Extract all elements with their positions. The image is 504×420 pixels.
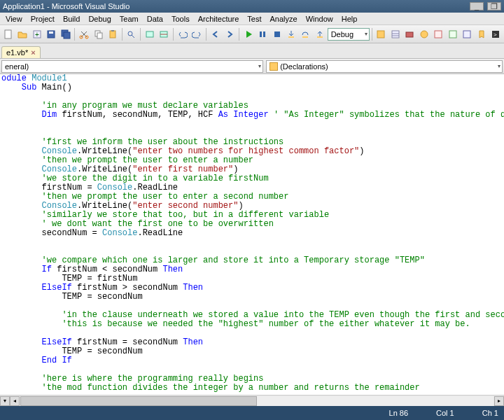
status-col: Col 1: [436, 409, 454, 417]
toolbar-separator: [140, 28, 141, 41]
nav-forward-button[interactable]: [223, 27, 236, 41]
toolbox-button[interactable]: [403, 27, 416, 41]
window-titlebar: Application1 - Microsoft Visual Studio _…: [0, 0, 504, 13]
menu-tools[interactable]: Tools: [167, 13, 194, 25]
svg-rect-0: [5, 30, 11, 38]
svg-text:>: >: [493, 31, 497, 38]
scroll-left-button[interactable]: ◂: [10, 396, 20, 406]
bookmarks-button[interactable]: [475, 27, 488, 41]
nav-back-button[interactable]: [209, 27, 222, 41]
toolbar-separator: [173, 28, 174, 41]
svg-rect-14: [146, 31, 153, 37]
svg-rect-22: [377, 31, 384, 38]
svg-rect-10: [97, 33, 102, 38]
code-nav-bar: eneral) (Declarations): [0, 59, 504, 74]
menu-team[interactable]: Team: [115, 13, 143, 25]
config-combo[interactable]: Debug: [328, 28, 370, 41]
paste-button[interactable]: [106, 27, 119, 41]
menu-test[interactable]: Test: [243, 13, 265, 25]
command-window-button[interactable]: >: [489, 27, 502, 41]
svg-rect-28: [463, 31, 470, 38]
toolbar-separator: [372, 28, 372, 41]
toolbar-separator: [122, 28, 122, 41]
uncomment-button[interactable]: [158, 27, 171, 41]
error-list-button[interactable]: [432, 27, 445, 41]
task-list-button[interactable]: [460, 27, 473, 41]
menu-debug[interactable]: Debug: [84, 13, 115, 25]
menu-project[interactable]: Project: [27, 13, 59, 25]
svg-rect-26: [435, 31, 442, 38]
svg-rect-17: [263, 31, 265, 37]
comment-button[interactable]: [143, 27, 156, 41]
minimize-button[interactable]: _: [470, 2, 484, 10]
svg-rect-12: [111, 30, 114, 31]
svg-rect-21: [317, 36, 323, 38]
svg-rect-27: [449, 31, 456, 38]
horizontal-scrollbar[interactable]: ▾ ◂ ▸: [0, 395, 504, 406]
find-button[interactable]: [125, 27, 138, 41]
toolbar-separator: [74, 28, 75, 41]
menu-architecture[interactable]: Architecture: [194, 13, 244, 25]
tab-label: e1.vb*: [6, 48, 28, 57]
svg-rect-11: [110, 31, 115, 38]
code-editor[interactable]: odule Module1 Sub Main() 'in any program…: [0, 74, 504, 392]
stop-button[interactable]: [270, 27, 284, 41]
window-title: Application1 - Microsoft Visual Studio: [3, 0, 130, 13]
status-ch: Ch 1: [482, 409, 498, 417]
menu-view[interactable]: View: [1, 13, 27, 25]
config-combo-value: Debug: [331, 30, 354, 38]
svg-rect-18: [274, 31, 280, 37]
break-button[interactable]: [255, 27, 269, 41]
status-bar: Ln 86 Col 1 Ch 1: [0, 406, 504, 420]
add-item-button[interactable]: +: [30, 27, 43, 41]
tab-close-button[interactable]: ×: [31, 48, 35, 57]
step-out-button[interactable]: [313, 27, 326, 41]
class-view-button[interactable]: [417, 27, 430, 41]
scroll-thumb[interactable]: [20, 396, 257, 406]
scope-combo-left[interactable]: eneral): [1, 60, 263, 73]
toolbar-separator: [239, 28, 239, 41]
svg-point-25: [421, 31, 428, 38]
svg-rect-4: [49, 31, 53, 34]
svg-rect-24: [406, 32, 413, 37]
document-tabstrip: e1.vb* ×: [0, 43, 504, 59]
menu-help[interactable]: Help: [337, 13, 362, 25]
solution-explorer-button[interactable]: [374, 27, 388, 41]
save-button[interactable]: [44, 27, 57, 41]
svg-text:+: +: [35, 31, 39, 38]
redo-button[interactable]: [190, 27, 204, 41]
save-all-button[interactable]: [59, 27, 72, 41]
menu-build[interactable]: Build: [59, 13, 84, 25]
menu-analyze[interactable]: Analyze: [266, 13, 302, 25]
main-toolbar: + Debug >: [0, 25, 504, 43]
step-into-button[interactable]: [284, 27, 298, 41]
method-icon: [270, 62, 278, 71]
svg-rect-23: [392, 31, 399, 38]
copy-button[interactable]: [92, 27, 105, 41]
output-button[interactable]: [446, 27, 459, 41]
start-debug-button[interactable]: [241, 27, 255, 41]
properties-button[interactable]: [388, 27, 402, 41]
cut-button[interactable]: [77, 27, 90, 41]
menu-data[interactable]: Data: [143, 13, 167, 25]
scope-right-label: (Declarations): [280, 62, 328, 71]
scope-combo-right[interactable]: (Declarations): [266, 60, 503, 73]
split-arrow-icon[interactable]: ▾: [0, 396, 10, 406]
scroll-track[interactable]: [20, 396, 493, 406]
maximize-button[interactable]: ❐: [487, 2, 501, 10]
menu-window[interactable]: Window: [302, 13, 337, 25]
toolbar-separator: [206, 28, 206, 41]
document-tab[interactable]: e1.vb* ×: [1, 46, 41, 58]
svg-rect-6: [64, 32, 70, 38]
status-line: Ln 86: [389, 409, 409, 417]
menu-bar: ViewProjectBuildDebugTeamDataToolsArchit…: [0, 13, 504, 25]
svg-rect-20: [302, 36, 308, 38]
new-button[interactable]: [1, 27, 15, 41]
scroll-right-button[interactable]: ▸: [494, 396, 504, 406]
undo-button[interactable]: [176, 27, 189, 41]
step-over-button[interactable]: [299, 27, 312, 41]
svg-rect-16: [260, 31, 262, 37]
open-button[interactable]: [15, 27, 29, 41]
window-controls: _ ❐: [468, 0, 501, 13]
svg-rect-19: [288, 36, 294, 38]
